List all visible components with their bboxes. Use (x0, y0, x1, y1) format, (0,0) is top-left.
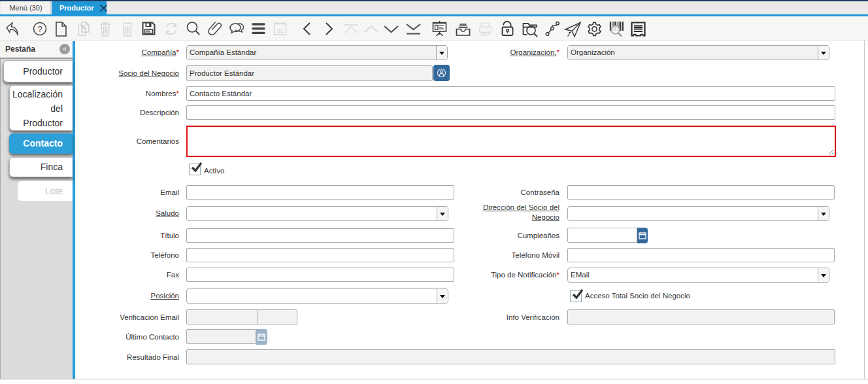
svg-text:31: 31 (276, 27, 283, 34)
svg-text:?: ? (37, 24, 42, 34)
